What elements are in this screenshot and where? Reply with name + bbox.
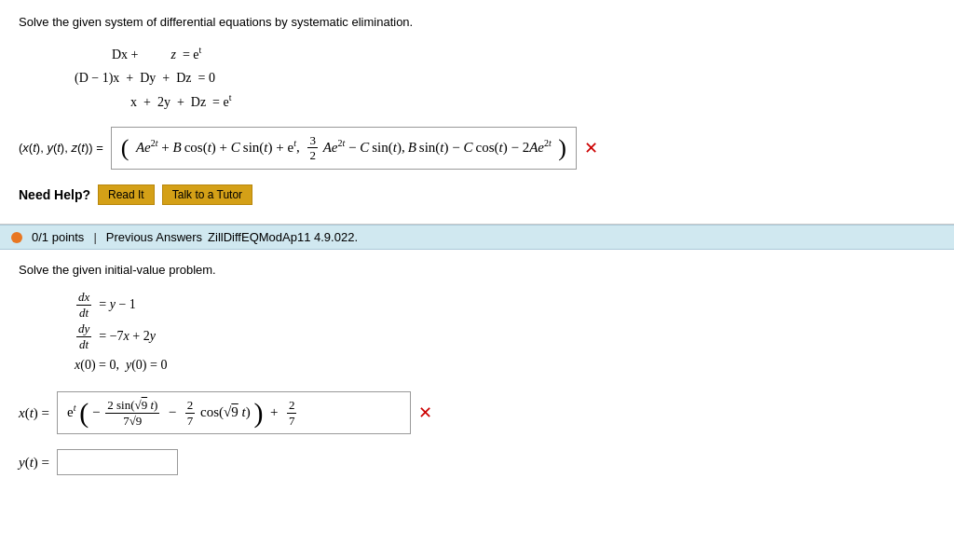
- points-value: 0/1 points: [32, 230, 84, 244]
- equation-system-top: Dx + z = et (D − 1)x + Dy + Dz = 0 x + 2…: [75, 42, 935, 114]
- wrong-mark-xt: ✕: [418, 403, 432, 423]
- answer-box-top[interactable]: ( Ae2t + B cos(t) + C sin(t) + et, 32 Ae…: [111, 127, 577, 170]
- yt-input[interactable]: [57, 449, 178, 475]
- separator: |: [93, 230, 96, 244]
- talk-tutor-button[interactable]: Talk to a Tutor: [162, 184, 252, 205]
- xt-math: et ( − 2 sin(√9 t)7√9 − 27 cos(√9 t) ) +…: [67, 398, 298, 428]
- yt-row: y(t) =: [19, 449, 935, 475]
- course-code: ZillDiffEQModAp11 4.9.022.: [208, 230, 358, 244]
- wrong-mark-top: ✕: [584, 138, 598, 158]
- bottom-section: Solve the given initial-value problem. d…: [0, 250, 954, 503]
- xt-answer-row: x(t) = et ( − 2 sin(√9 t)7√9 − 27 cos(√9…: [19, 391, 935, 434]
- top-section: Solve the given system of differential e…: [0, 0, 954, 225]
- need-help-row: Need Help? Read It Talk to a Tutor: [19, 184, 935, 205]
- answer-label-top: (x(t), y(t), z(t)) =: [19, 141, 103, 155]
- answer-row-top: (x(t), y(t), z(t)) = ( Ae2t + B cos(t) +…: [19, 127, 935, 170]
- yt-label: y(t) =: [19, 455, 49, 471]
- read-it-button[interactable]: Read It: [98, 184, 155, 205]
- xt-label: x(t) =: [19, 405, 49, 421]
- problem-statement-top: Solve the given system of differential e…: [19, 15, 935, 29]
- points-dot: [11, 232, 22, 243]
- need-help-label: Need Help?: [19, 187, 90, 202]
- previous-answers-label: Previous Answers: [106, 230, 202, 244]
- ivp-equation-system: dx dt = y − 1 dy dt = −7x + 2y x(0) = 0,…: [75, 290, 935, 378]
- xt-answer-box[interactable]: et ( − 2 sin(√9 t)7√9 − 27 cos(√9 t) ) +…: [57, 391, 411, 434]
- answer-math-top: ( Ae2t + B cos(t) + C sin(t) + et, 32 Ae…: [121, 133, 566, 163]
- problem-statement-bottom: Solve the given initial-value problem.: [19, 263, 935, 277]
- points-bar: 0/1 points | Previous Answers ZillDiffEQ…: [0, 225, 954, 250]
